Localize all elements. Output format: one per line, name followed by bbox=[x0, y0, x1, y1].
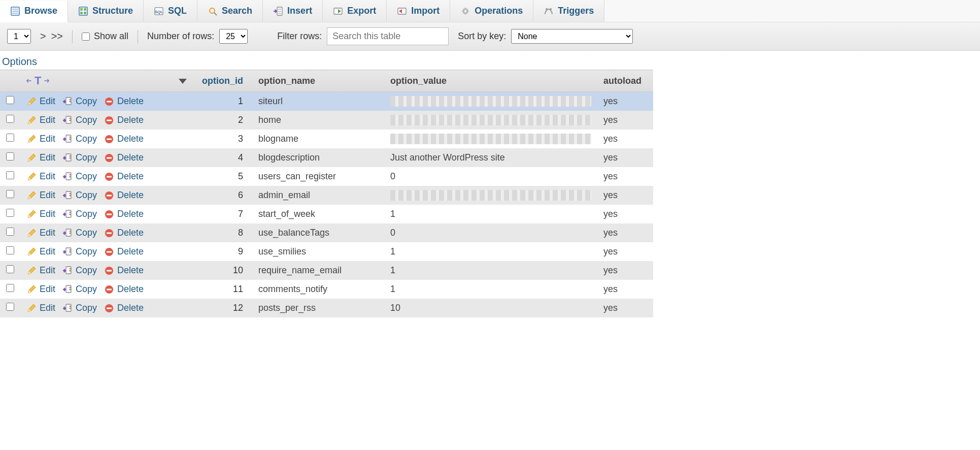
sort-direction-indicator[interactable] bbox=[173, 70, 196, 92]
delete-button[interactable]: Delete bbox=[104, 265, 144, 276]
edit-button[interactable]: Edit bbox=[26, 152, 55, 163]
copy-button[interactable]: Copy bbox=[62, 284, 97, 295]
delete-button[interactable]: Delete bbox=[104, 284, 144, 295]
copy-label: Copy bbox=[76, 134, 97, 144]
copy-button[interactable]: Copy bbox=[62, 209, 97, 219]
show-all-checkbox[interactable] bbox=[82, 33, 90, 41]
edit-button[interactable]: Edit bbox=[26, 303, 55, 313]
copy-button[interactable]: Copy bbox=[62, 246, 97, 257]
row-checkbox[interactable] bbox=[6, 171, 14, 179]
divider bbox=[72, 30, 73, 43]
row-checkbox[interactable] bbox=[6, 265, 14, 273]
edit-button[interactable]: Edit bbox=[26, 246, 55, 257]
cell-option-id: 10 bbox=[196, 261, 252, 280]
row-checkbox[interactable] bbox=[6, 246, 14, 254]
edit-button[interactable]: Edit bbox=[26, 171, 55, 182]
sort-by-key-label: Sort by key: bbox=[458, 31, 506, 42]
delete-label: Delete bbox=[117, 284, 144, 295]
delete-button[interactable]: Delete bbox=[104, 171, 144, 182]
copy-icon bbox=[62, 97, 73, 107]
row-checkbox[interactable] bbox=[6, 190, 14, 198]
delete-icon bbox=[104, 228, 114, 238]
delete-button[interactable]: Delete bbox=[104, 115, 144, 125]
sort-by-key-select[interactable]: None bbox=[511, 29, 633, 44]
edit-button[interactable]: Edit bbox=[26, 134, 55, 144]
tab-label: Export bbox=[347, 6, 376, 16]
copy-button[interactable]: Copy bbox=[62, 190, 97, 201]
delete-button[interactable]: Delete bbox=[104, 228, 144, 238]
copy-button[interactable]: Copy bbox=[62, 96, 97, 107]
tab-insert[interactable]: Insert bbox=[263, 0, 323, 22]
copy-button[interactable]: Copy bbox=[62, 303, 97, 313]
delete-button[interactable]: Delete bbox=[104, 152, 144, 163]
tab-label: Triggers bbox=[558, 6, 594, 16]
table-row: EditCopyDelete12posts_per_rss10yes bbox=[0, 299, 653, 317]
copy-button[interactable]: Copy bbox=[62, 152, 97, 163]
copy-icon bbox=[62, 228, 73, 238]
edit-button[interactable]: Edit bbox=[26, 265, 55, 276]
row-checkbox[interactable] bbox=[6, 96, 14, 104]
copy-button[interactable]: Copy bbox=[62, 134, 97, 144]
copy-button[interactable]: Copy bbox=[62, 171, 97, 182]
copy-button[interactable]: Copy bbox=[62, 228, 97, 238]
next-page-button[interactable]: > bbox=[40, 30, 46, 42]
copy-icon bbox=[62, 209, 73, 219]
cell-option-name: comments_notify bbox=[252, 280, 384, 299]
delete-button[interactable]: Delete bbox=[104, 190, 144, 201]
row-checkbox[interactable] bbox=[6, 115, 14, 123]
edit-button[interactable]: Edit bbox=[26, 284, 55, 295]
edit-button[interactable]: Edit bbox=[26, 190, 55, 201]
tab-import[interactable]: Import bbox=[387, 0, 450, 22]
last-page-button[interactable]: >> bbox=[51, 30, 63, 42]
col-option-id[interactable]: option_id bbox=[196, 70, 252, 92]
col-option-name[interactable]: option_name bbox=[252, 70, 384, 92]
row-checkbox[interactable] bbox=[6, 228, 14, 236]
delete-button[interactable]: Delete bbox=[104, 303, 144, 313]
edit-button[interactable]: Edit bbox=[26, 115, 55, 125]
column-order-toggle[interactable]: T bbox=[26, 74, 166, 87]
copy-button[interactable]: Copy bbox=[62, 115, 97, 125]
tab-browse[interactable]: Browse bbox=[0, 1, 68, 22]
delete-icon bbox=[104, 97, 114, 107]
pencil-icon bbox=[26, 228, 37, 238]
tab-sql[interactable]: SQL bbox=[144, 0, 197, 22]
row-checkbox[interactable] bbox=[6, 303, 14, 311]
tab-search[interactable]: Search bbox=[197, 0, 263, 22]
copy-icon bbox=[62, 115, 73, 125]
col-option-value[interactable]: option_value bbox=[384, 70, 597, 92]
edit-button[interactable]: Edit bbox=[26, 96, 55, 107]
copy-label: Copy bbox=[76, 284, 97, 295]
row-checkbox[interactable] bbox=[6, 284, 14, 292]
copy-button[interactable]: Copy bbox=[62, 265, 97, 276]
edit-button[interactable]: Edit bbox=[26, 228, 55, 238]
col-autoload[interactable]: autoload bbox=[597, 70, 653, 92]
row-checkbox[interactable] bbox=[6, 152, 14, 160]
delete-button[interactable]: Delete bbox=[104, 96, 144, 107]
delete-button[interactable]: Delete bbox=[104, 209, 144, 219]
copy-label: Copy bbox=[76, 96, 97, 107]
copy-icon bbox=[62, 134, 73, 144]
row-checkbox[interactable] bbox=[6, 134, 14, 142]
tab-structure[interactable]: Structure bbox=[68, 0, 144, 22]
filter-rows-input[interactable] bbox=[327, 27, 449, 45]
delete-button[interactable]: Delete bbox=[104, 134, 144, 144]
edit-label: Edit bbox=[40, 115, 55, 125]
num-rows-select[interactable]: 25 bbox=[219, 29, 248, 44]
page-select[interactable]: 1 bbox=[7, 29, 31, 44]
options-link[interactable]: Options bbox=[0, 51, 980, 70]
pencil-icon bbox=[26, 134, 37, 144]
delete-label: Delete bbox=[117, 246, 144, 257]
pencil-icon bbox=[26, 115, 37, 125]
cell-autoload: yes bbox=[597, 148, 653, 167]
tab-export[interactable]: Export bbox=[323, 0, 387, 22]
cell-option-value: Just another WordPress site bbox=[390, 152, 505, 163]
edit-button[interactable]: Edit bbox=[26, 209, 55, 219]
row-checkbox[interactable] bbox=[6, 209, 14, 217]
tab-triggers[interactable]: Triggers bbox=[533, 0, 604, 22]
copy-label: Copy bbox=[76, 209, 97, 219]
filter-rows-label: Filter rows: bbox=[277, 31, 322, 42]
top-tabs: Browse Structure SQL Search Insert Expor… bbox=[0, 0, 980, 22]
delete-button[interactable]: Delete bbox=[104, 246, 144, 257]
tab-operations[interactable]: Operations bbox=[450, 0, 533, 22]
redacted-value bbox=[390, 115, 591, 125]
